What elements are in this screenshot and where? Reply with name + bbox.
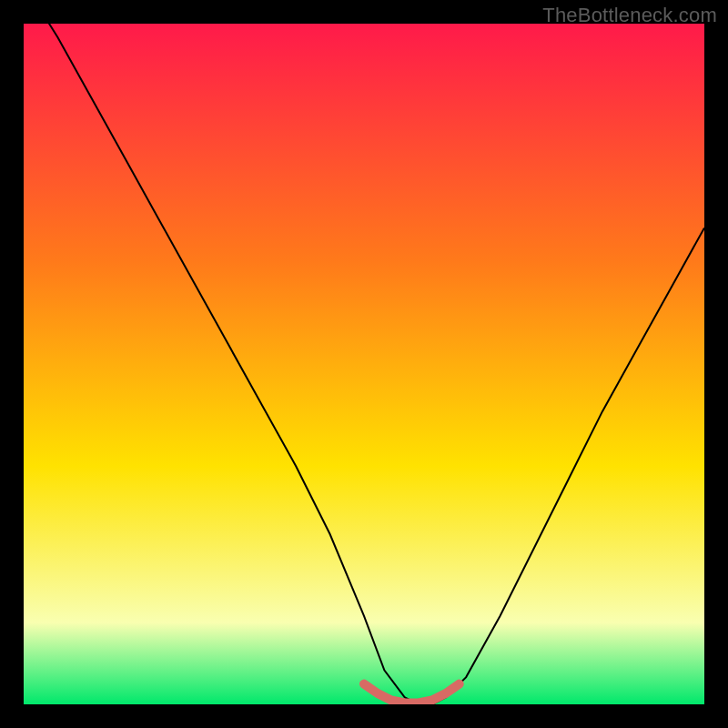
gradient-background: [24, 24, 704, 704]
chart-svg: [24, 24, 704, 704]
outer-frame: TheBottleneck.com: [0, 0, 728, 728]
chart-area: [24, 24, 704, 704]
